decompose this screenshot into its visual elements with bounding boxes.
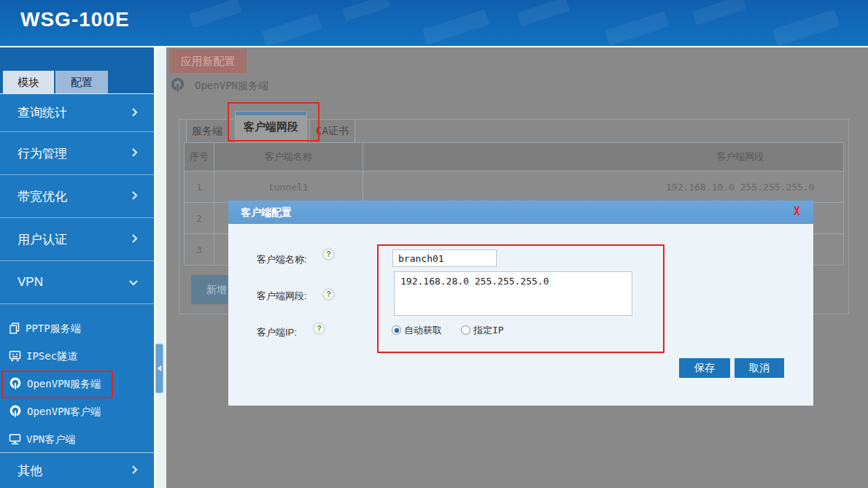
- sidebar-item-label: 其他: [18, 462, 42, 479]
- sidebar-item-openvpn-server[interactable]: OpenVPN服务端: [0, 371, 154, 398]
- app-header: WSG-100E: [0, 0, 868, 46]
- sidebar-menu: 查询统计 行为管理 带宽优化 用户认证 VPN: [0, 94, 154, 304]
- keyboard-decoration: [189, 0, 242, 28]
- chevron-right-icon: [131, 106, 138, 120]
- sidebar-item-vpn-client[interactable]: VPN客户端: [0, 426, 154, 454]
- radio-specify-ip[interactable]: [461, 325, 470, 335]
- active-tab-bar: [236, 112, 306, 115]
- keyboard-decoration: [517, 0, 570, 26]
- chevron-right-icon: [131, 189, 138, 204]
- radio-auto-obtain-label: 自动获取: [404, 324, 442, 337]
- keyboard-decoration: [342, 0, 390, 21]
- page-title: OpenVPN服务端: [195, 80, 268, 93]
- terminal-icon: [9, 350, 21, 364]
- pages-icon: [9, 322, 20, 336]
- table-header-row: 序号 客户端名称 客户端网段: [184, 142, 844, 171]
- chevron-down-icon: [129, 275, 138, 290]
- sidebar: 模块 配置 查询统计 行为管理 带宽优化 用户认证: [0, 47, 154, 488]
- help-icon[interactable]: ?: [323, 289, 334, 300]
- sidebar-item-bandwidth[interactable]: 带宽优化: [0, 175, 154, 218]
- tab-server[interactable]: 服务端: [186, 119, 228, 143]
- close-icon[interactable]: X: [794, 205, 800, 218]
- keyboard-decoration: [422, 9, 489, 45]
- openvpn-page-icon: [170, 77, 185, 96]
- radio-specify-ip-label: 指定IP: [473, 324, 504, 337]
- sidebar-item-label: 行为管理: [18, 145, 67, 162]
- tab-ca-cert[interactable]: CA证书: [309, 119, 355, 143]
- monitor-icon: [9, 433, 21, 447]
- openvpn-icon: [9, 405, 22, 420]
- brand-logo: WSG-100E: [20, 8, 130, 31]
- column-header-no: 序号: [185, 143, 214, 171]
- cell-client-subnet: 192.168.10.0 255.255.255.0: [363, 171, 844, 203]
- modal-header: 客户端配置 X: [228, 201, 813, 224]
- submenu-item-label: IPSec隧道: [26, 350, 77, 363]
- openvpn-icon: [9, 377, 22, 392]
- sidebar-collapse-handle[interactable]: [155, 344, 163, 393]
- sidebar-item-query-stats[interactable]: 查询统计: [0, 94, 154, 132]
- keyboard-decoration: [692, 0, 747, 26]
- client-config-modal: 客户端配置 X 客户端名称: ? 客户端网段: ? 192.168.28.0 2…: [228, 201, 813, 406]
- sidebar-item-behavior-mgmt[interactable]: 行为管理: [0, 132, 154, 175]
- cell-client-name: tunnel1: [214, 171, 363, 203]
- collapse-arrow-icon: [157, 365, 162, 372]
- keyboard-decoration: [605, 11, 670, 45]
- sidebar-item-label: VPN: [18, 275, 43, 290]
- submenu-item-label: VPN客户端: [26, 433, 75, 446]
- sidebar-item-vpn[interactable]: VPN: [0, 261, 154, 304]
- sidebar-vpn-submenu: PPTP服务端 IPSec隧道 OpenVPN服务端: [0, 304, 154, 454]
- cell-no: 1: [185, 171, 214, 203]
- page-title-row: OpenVPN服务端: [170, 78, 268, 94]
- table-row[interactable]: 1 tunnel1 192.168.10.0 255.255.255.0: [184, 171, 844, 203]
- client-name-label: 客户端名称:: [257, 253, 307, 266]
- modal-title: 客户端配置: [241, 206, 292, 220]
- client-subnet-textarea[interactable]: 192.168.28.0 255.255.255.0: [394, 271, 632, 316]
- chevron-right-icon: [131, 232, 138, 247]
- sidebar-gutter: [156, 47, 166, 488]
- sidebar-item-label: 带宽优化: [18, 188, 67, 205]
- client-subnet-label: 客户端网段:: [257, 290, 307, 303]
- keyboard-decoration: [262, 13, 322, 46]
- client-ip-label: 客户端IP:: [257, 326, 297, 339]
- save-button[interactable]: 保存: [679, 358, 730, 378]
- help-icon[interactable]: ?: [323, 249, 334, 260]
- sidebar-tab-module[interactable]: 模块: [3, 71, 54, 93]
- sidebar-item-other[interactable]: 其他: [0, 452, 154, 488]
- tab-label: 客户端网段: [244, 120, 298, 133]
- submenu-item-label: PPTP服务端: [26, 322, 81, 336]
- column-header-client-name: 客户端名称: [214, 143, 363, 171]
- sidebar-item-label: 查询统计: [18, 104, 67, 121]
- client-name-input[interactable]: [392, 249, 497, 267]
- submenu-item-label: OpenVPN客户端: [27, 406, 101, 419]
- client-ip-options: 自动获取 指定IP: [392, 325, 523, 336]
- help-icon[interactable]: ?: [314, 323, 325, 334]
- sidebar-item-pptp-server[interactable]: PPTP服务端: [0, 315, 154, 343]
- sidebar-item-ipsec-tunnel[interactable]: IPSec隧道: [0, 343, 154, 371]
- sidebar-item-label: 用户认证: [18, 231, 67, 248]
- sidebar-item-user-auth[interactable]: 用户认证: [0, 218, 154, 261]
- cell-no: 3: [185, 234, 214, 266]
- chevron-right-icon: [131, 146, 138, 160]
- cancel-button[interactable]: 取消: [735, 358, 784, 378]
- keyboard-decoration: [772, 9, 840, 46]
- column-header-client-subnet: 客户端网段: [363, 143, 844, 171]
- sidebar-tab-config[interactable]: 配置: [55, 71, 108, 93]
- tab-client-subnet[interactable]: 客户端网段: [235, 111, 307, 143]
- sidebar-item-openvpn-client[interactable]: OpenVPN客户端: [0, 398, 154, 426]
- apply-config-button[interactable]: 应用新配置: [169, 49, 247, 73]
- cell-no: 2: [185, 203, 214, 234]
- radio-auto-obtain[interactable]: [392, 325, 401, 335]
- chevron-right-icon: [131, 463, 138, 478]
- submenu-item-label: OpenVPN服务端: [27, 378, 101, 391]
